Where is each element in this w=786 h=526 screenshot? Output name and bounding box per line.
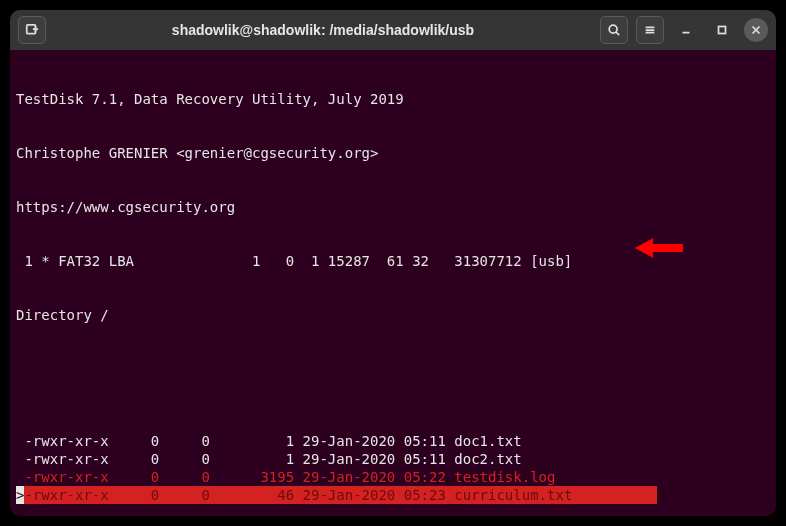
minimize-button[interactable] — [672, 16, 700, 44]
maximize-button[interactable] — [708, 16, 736, 44]
search-button[interactable] — [600, 16, 628, 44]
file-list: -rwxr-xr-x 0 0 1 29-Jan-2020 05:11 doc1.… — [16, 432, 770, 504]
terminal-window: shadowlik@shadowlik: /media/shadowlik/us… — [10, 10, 776, 516]
file-row[interactable]: -rwxr-xr-x 0 0 1 29-Jan-2020 05:11 doc2.… — [16, 450, 770, 468]
file-row[interactable]: -rwxr-xr-x 0 0 3195 29-Jan-2020 05:22 te… — [16, 468, 770, 486]
close-button[interactable] — [744, 18, 768, 42]
header-line: Christophe GRENIER <grenier@cgsecurity.o… — [16, 144, 770, 162]
file-row[interactable]: -rwxr-xr-x 0 0 1 29-Jan-2020 05:11 doc1.… — [16, 432, 770, 450]
svg-line-4 — [616, 32, 619, 35]
svg-rect-9 — [719, 27, 726, 34]
partition-line: 1 * FAT32 LBA 1 0 1 15287 61 32 31307712… — [16, 252, 770, 270]
terminal-body[interactable]: TestDisk 7.1, Data Recovery Utility, Jul… — [10, 50, 776, 516]
header-line: https://www.cgsecurity.org — [16, 198, 770, 216]
svg-point-3 — [609, 25, 617, 33]
blank-line — [16, 360, 770, 378]
window-title: shadowlik@shadowlik: /media/shadowlik/us… — [52, 22, 594, 38]
titlebar: shadowlik@shadowlik: /media/shadowlik/us… — [10, 10, 776, 50]
file-row-selected[interactable]: >-rwxr-xr-x 0 0 46 29-Jan-2020 05:23 cur… — [16, 486, 770, 504]
new-tab-button[interactable] — [18, 16, 46, 44]
directory-line: Directory / — [16, 306, 770, 324]
header-line: TestDisk 7.1, Data Recovery Utility, Jul… — [16, 90, 770, 108]
menu-button[interactable] — [636, 16, 664, 44]
